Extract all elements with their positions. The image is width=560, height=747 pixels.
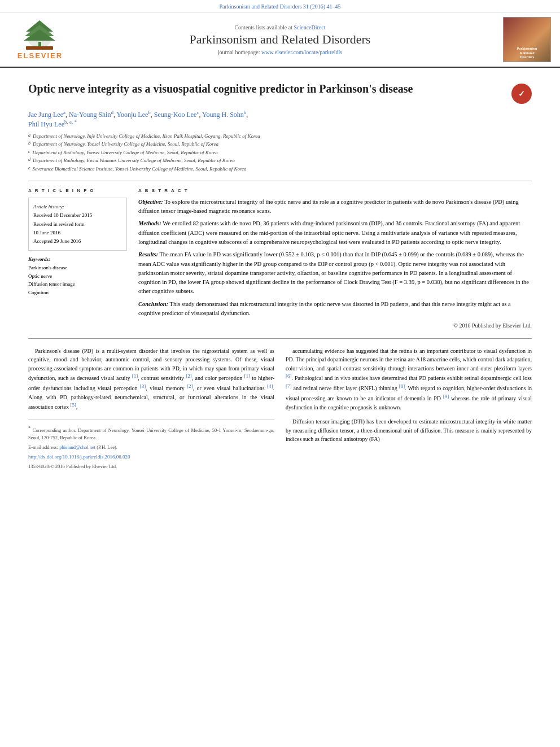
abstract-column: A B S T R A C T Objective: To explore th… — [138, 188, 532, 330]
cover-title-text: Parkinsonism& RelatedDisorders — [517, 47, 537, 59]
methods-label: Methods: — [138, 220, 161, 226]
affil-a: a Department of Neurology, Inje Universi… — [28, 132, 532, 140]
body-para-1: Parkinson's disease (PD) is a multi-syst… — [28, 347, 274, 412]
affil-b: b Department of Neurology, Yonsei Univer… — [28, 140, 532, 148]
keyword-1: Parkinson's disease — [28, 264, 127, 272]
copyright-line: © 2016 Published by Elsevier Ltd. — [138, 321, 532, 330]
abstract-label: A B S T R A C T — [138, 188, 532, 193]
journal-title-section: Contents lists available at ScienceDirec… — [71, 24, 489, 55]
keyword-4: Cognition — [28, 289, 127, 296]
journal-header: ELSEVIER Contents lists available at Sci… — [0, 12, 560, 68]
revised-date: 10 June 2016 — [33, 229, 122, 237]
article-content: Optic nerve integrity as a visuospatial … — [0, 68, 560, 482]
author-sup-5: b — [244, 110, 247, 115]
author-young-sohn[interactable]: Young H. Sohn — [202, 111, 244, 119]
crossmark-check: ✓ — [518, 89, 525, 98]
ref-2[interactable]: [2] — [186, 373, 192, 379]
keyword-2: Optic nerve — [28, 272, 127, 280]
article-title-section: Optic nerve integrity as a visuospatial … — [28, 77, 532, 104]
footnote-section: * Corresponding author. Department of Ne… — [28, 420, 274, 470]
history-label: Article history: — [33, 203, 122, 211]
author-jae-jung-lee[interactable]: Jae Jung Lee — [28, 111, 63, 119]
affil-c: c Department of Radiology, Yonsei Univer… — [28, 148, 532, 156]
abstract-conclusion-para: Conclusion: This study demonstrated that… — [138, 300, 532, 318]
article-info-label: A R T I C L E I N F O — [28, 188, 127, 193]
body-para-2: accumulating evidence has suggested that… — [286, 347, 532, 412]
author-phil-hyu-lee[interactable]: Phil Hyu Lee — [28, 120, 64, 128]
affil-d: d Department of Radiology, Ewha Womans U… — [28, 156, 532, 164]
ref-4[interactable]: [4] — [267, 383, 273, 389]
results-label: Results: — [138, 251, 158, 257]
email-suffix: (P.H. Lee). — [97, 444, 117, 450]
abstract-methods-para: Methods: We enrolled 82 patients with de… — [138, 219, 532, 247]
sciencedirect-label: Contents lists available at ScienceDirec… — [82, 24, 478, 30]
abstract-text: Objective: To explore the microstructura… — [138, 198, 532, 330]
svg-rect-5 — [26, 46, 53, 50]
journal-name-header: Parkinsonism and Related Disorders — [82, 32, 478, 47]
ref-1[interactable]: [1] — [132, 373, 138, 379]
body-column-2: accumulating evidence has suggested that… — [286, 347, 532, 471]
body-section: Parkinson's disease (PD) is a multi-syst… — [28, 338, 532, 471]
received-date: Received 18 December 2015 — [33, 211, 122, 220]
ref-6[interactable]: [6] — [286, 373, 292, 379]
ref-2b[interactable]: [2] — [187, 383, 193, 389]
email-link[interactable]: phisland@chol.net — [59, 444, 95, 450]
journal-cover-image: Parkinsonism& RelatedDisorders — [503, 17, 551, 62]
results-text: The mean FA value in PD was significantl… — [138, 251, 529, 294]
article-info-abstract: A R T I C L E I N F O Article history: R… — [28, 181, 532, 330]
article-title: Optic nerve integrity as a visuospatial … — [28, 81, 500, 96]
body-column-1: Parkinson's disease (PD) is a multi-syst… — [28, 347, 274, 471]
journal-cover-section: Parkinsonism& RelatedDisorders — [489, 17, 551, 62]
objective-text: To explore the microstructural integrity… — [138, 199, 519, 214]
author-sup-2: d — [111, 110, 113, 115]
objective-label: Objective: — [138, 199, 163, 205]
ref-5[interactable]: [5] — [70, 402, 76, 408]
corresponding-note: * Corresponding author. Department of Ne… — [28, 425, 274, 442]
journal-citation-text: Parkinsonism and Related Disorders 31 (2… — [220, 3, 341, 10]
ref-8[interactable]: [8] — [399, 383, 405, 389]
author-sup-4: c — [196, 110, 199, 115]
author-sup-1: a — [63, 110, 65, 115]
journal-citation-bar: Parkinsonism and Related Disorders 31 (2… — [0, 0, 560, 12]
received-revised-label: Received in revised form — [33, 220, 122, 229]
author-yoonju-lee[interactable]: Yoonju Lee — [117, 111, 148, 119]
crossmark-badge[interactable]: ✓ — [511, 84, 532, 104]
author-sup-6: b, e, * — [64, 119, 77, 125]
doi-link[interactable]: http://dx.doi.org/10.1016/j.parkreldis.2… — [28, 453, 274, 461]
abstract-results-para: Results: The mean FA value in PD was sig… — [138, 250, 532, 296]
ref-7[interactable]: [7] — [286, 383, 292, 389]
sciencedirect-link[interactable]: ScienceDirect — [294, 24, 325, 30]
ref-9[interactable]: [9] — [443, 394, 449, 399]
authors-line: Jae Jung Leea, Na-Young Shind, Yoonju Le… — [28, 110, 532, 129]
keywords-label: Keywords: — [28, 256, 127, 262]
email-label: E-mail address: — [28, 444, 59, 450]
homepage-link[interactable]: www.elsevier.com/locate/parkreldis — [261, 49, 342, 55]
affil-e: e Severance Biomedical Science Institute… — [28, 165, 532, 173]
conclusion-label: Conclusion: — [138, 301, 168, 307]
affiliations-section: a Department of Neurology, Inje Universi… — [28, 132, 532, 173]
conclusion-text: This study demonstrated that microstruct… — [138, 301, 511, 316]
accepted-date: Accepted 29 June 2016 — [33, 237, 122, 246]
author-sup-3: b — [148, 110, 151, 115]
keyword-3: Diffusion tensor image — [28, 280, 127, 288]
article-history-box: Article history: Received 18 December 20… — [28, 198, 127, 251]
article-info-column: A R T I C L E I N F O Article history: R… — [28, 188, 127, 330]
abstract-objective-para: Objective: To explore the microstructura… — [138, 198, 532, 216]
journal-homepage: journal homepage: www.elsevier.com/locat… — [82, 49, 478, 55]
email-footnote: E-mail address: phisland@chol.net (P.H. … — [28, 444, 274, 451]
author-seung-koo-lee[interactable]: Seung-Koo Lee — [154, 111, 197, 119]
issn-text: 1353-8020/© 2016 Published by Elsevier L… — [28, 463, 274, 470]
ref-1b[interactable]: [1] — [244, 373, 251, 379]
author-na-young-shin[interactable]: Na-Young Shin — [69, 111, 111, 119]
methods-text: We enrolled 82 patients with de novo PD,… — [138, 220, 520, 245]
elsevier-logo-section: ELSEVIER — [9, 19, 71, 60]
body-para-3: Diffusion tensor imaging (DTI) has been … — [286, 417, 532, 444]
elsevier-tree-icon — [15, 19, 65, 50]
keywords-section: Keywords: Parkinson's disease Optic nerv… — [28, 256, 127, 296]
ref-3[interactable]: [3] — [140, 383, 146, 389]
elsevier-wordmark: ELSEVIER — [18, 51, 63, 60]
